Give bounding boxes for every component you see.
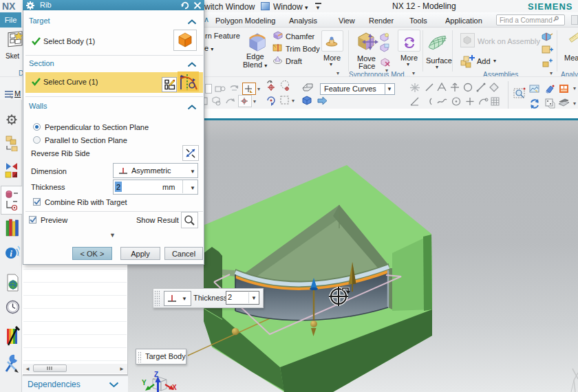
- svg-text:Z: Z: [154, 371, 158, 378]
- svg-text:Y: Y: [142, 379, 147, 386]
- svg-text:X: X: [172, 384, 177, 391]
- svg-text:i: i: [10, 248, 12, 259]
